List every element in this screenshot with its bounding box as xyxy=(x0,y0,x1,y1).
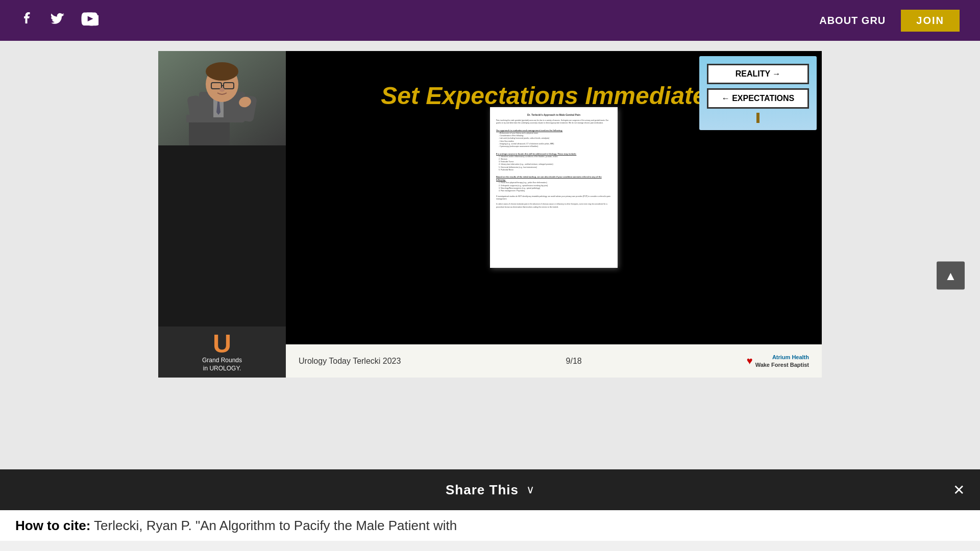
join-button[interactable]: JOIN xyxy=(901,10,960,32)
doc-body: Pain involving the male genitals (genita… xyxy=(496,119,611,209)
main-content: Set Expectations Immediately REALITY → ←… xyxy=(0,41,980,510)
speaker-video xyxy=(158,51,286,145)
atrium-heart-icon: ♥ xyxy=(747,355,753,367)
slide-footer: Urology Today Terlecki 2023 9/18 ♥ Atriu… xyxy=(286,344,822,378)
about-gru-link[interactable]: ABOUT GRU xyxy=(819,15,886,27)
scroll-up-button[interactable]: ▲ xyxy=(937,262,965,290)
atrium-logo-area: ♥ Atrium Health Wake Forest Baptist xyxy=(747,354,809,368)
youtube-icon[interactable] xyxy=(81,12,99,30)
share-close-button[interactable]: ✕ xyxy=(953,482,965,498)
svg-point-10 xyxy=(206,62,238,81)
slide-source: Urology Today Terlecki 2023 xyxy=(299,357,401,366)
share-bar: Share This ∨ ✕ xyxy=(0,469,980,510)
share-this-label: Share This xyxy=(446,482,519,498)
doc-title: Dr. Terlecki's Approach to Male Genital … xyxy=(496,113,611,117)
cite-text: How to cite: Terlecki, Ryan P. "An Algor… xyxy=(15,518,457,534)
left-sidebar xyxy=(0,41,71,510)
video-area: Set Expectations Immediately REALITY → ←… xyxy=(158,51,822,378)
gru-logo: U Grand Rounds in UROLOGY. xyxy=(202,331,242,372)
facebook-icon[interactable] xyxy=(20,12,35,30)
site-header: ABOUT GRU JOIN xyxy=(0,0,980,41)
slide-title: Set Expectations Immediately xyxy=(381,82,727,110)
slide-area: Set Expectations Immediately REALITY → ←… xyxy=(286,51,822,344)
speaker-background xyxy=(158,51,286,145)
gru-logo-area: U Grand Rounds in UROLOGY. xyxy=(158,327,286,378)
slide-content: Set Expectations Immediately REALITY → ←… xyxy=(286,51,822,344)
right-sidebar: ▲ xyxy=(878,41,980,510)
slide-page-number: 9/18 xyxy=(566,357,582,366)
svg-point-14 xyxy=(219,88,225,92)
share-chevron-icon[interactable]: ∨ xyxy=(526,483,534,496)
gru-logo-text: Grand Rounds in UROLOGY. xyxy=(202,357,242,372)
social-links xyxy=(20,12,99,30)
sign-post xyxy=(756,113,760,123)
reality-sign: REALITY → xyxy=(707,64,809,84)
slide-document: Dr. Terlecki's Approach to Male Genital … xyxy=(490,107,618,268)
gru-u-letter: U xyxy=(213,331,231,357)
expectations-sign: ← EXPECTATIONS xyxy=(707,88,809,109)
twitter-icon[interactable] xyxy=(50,12,65,30)
header-nav: ABOUT GRU JOIN xyxy=(819,10,960,32)
cite-bar: How to cite: Terlecki, Ryan P. "An Algor… xyxy=(0,510,980,541)
atrium-logo-text: Atrium Health Wake Forest Baptist xyxy=(755,354,809,368)
video-container: Set Expectations Immediately REALITY → ←… xyxy=(158,51,822,378)
sign-image: REALITY → ← EXPECTATIONS xyxy=(699,56,817,130)
